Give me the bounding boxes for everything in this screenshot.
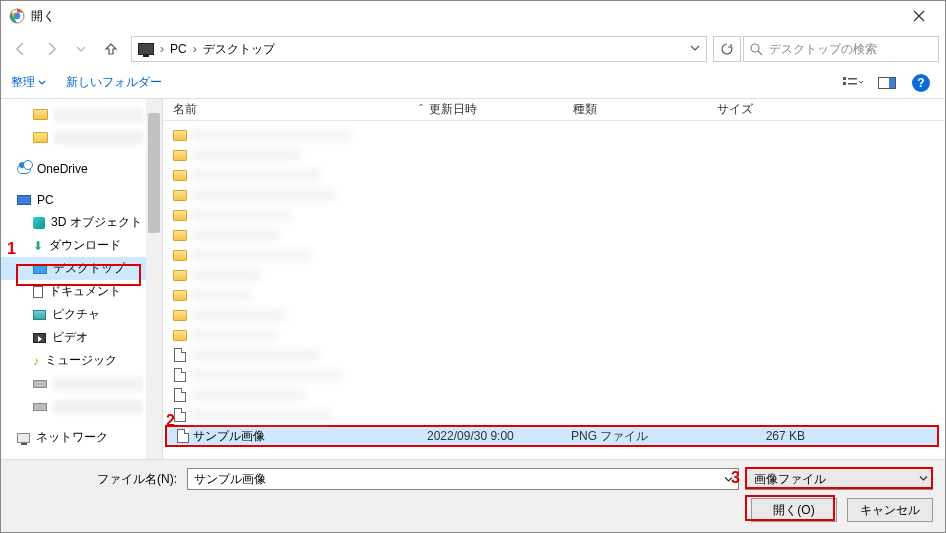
cancel-button[interactable]: キャンセル xyxy=(847,498,933,522)
col-size[interactable]: サイズ xyxy=(717,101,837,118)
file-type-value: 画像ファイル xyxy=(754,471,826,488)
close-button[interactable] xyxy=(901,2,937,30)
organize-label: 整理 xyxy=(11,74,35,91)
forward-button[interactable] xyxy=(37,35,65,63)
tree-item-downloads[interactable]: ⬇ダウンロード xyxy=(1,234,162,257)
tree-item-pc[interactable]: PC xyxy=(1,188,162,211)
folder-icon xyxy=(173,310,187,321)
svg-point-1 xyxy=(14,13,20,19)
chevron-right-icon: › xyxy=(193,42,197,56)
list-item[interactable] xyxy=(163,385,945,405)
file-pane: 名前ˆ 更新日時 種類 サイズ xyxy=(163,99,945,459)
scroll-thumb[interactable] xyxy=(148,113,160,233)
tree-item-onedrive[interactable]: OneDrive xyxy=(1,157,162,180)
search-input[interactable]: デスクトップの検索 xyxy=(743,36,939,62)
image-file-icon xyxy=(174,348,186,362)
pictures-icon xyxy=(33,310,46,320)
up-button[interactable] xyxy=(97,35,125,63)
list-item[interactable] xyxy=(163,265,945,285)
view-options-button[interactable] xyxy=(839,71,867,95)
help-button[interactable]: ? xyxy=(907,71,935,95)
download-icon: ⬇ xyxy=(33,239,43,253)
redacted-name xyxy=(191,209,291,221)
folder-icon xyxy=(33,109,48,120)
list-item[interactable] xyxy=(163,185,945,205)
redacted-name xyxy=(191,149,301,161)
preview-pane-button[interactable] xyxy=(873,71,901,95)
col-type[interactable]: 種類 xyxy=(573,101,717,118)
list-item[interactable] xyxy=(163,205,945,225)
organize-menu[interactable]: 整理 xyxy=(11,74,46,91)
file-date: 2022/09/30 9:00 xyxy=(427,429,571,443)
tree-item[interactable] xyxy=(1,103,162,126)
back-button[interactable] xyxy=(7,35,35,63)
open-dialog: 開く › PC › デスクトップ デスクトップの検索 xyxy=(0,0,946,533)
col-date[interactable]: 更新日時 xyxy=(429,101,573,118)
tree-item-pictures[interactable]: ピクチャ xyxy=(1,303,162,326)
address-dropdown[interactable] xyxy=(690,42,700,56)
new-folder-button[interactable]: 新しいフォルダー xyxy=(66,74,162,91)
refresh-button[interactable] xyxy=(713,36,741,62)
folder-icon xyxy=(173,150,187,161)
tree-item-music[interactable]: ♪ミュージック xyxy=(1,349,162,372)
open-button[interactable]: 開く(O) xyxy=(751,498,837,522)
folder-icon xyxy=(173,330,187,341)
tree-item-desktop[interactable]: デスクトップ xyxy=(1,257,162,280)
redacted-name xyxy=(191,349,321,361)
col-name[interactable]: 名前ˆ xyxy=(173,101,429,118)
tree-item[interactable] xyxy=(1,126,162,149)
pc-icon xyxy=(138,43,154,55)
list-item[interactable] xyxy=(163,365,945,385)
redacted-label xyxy=(53,400,143,414)
filename-label: ファイル名(N): xyxy=(13,471,181,488)
list-item[interactable] xyxy=(163,145,945,165)
file-type-combo[interactable]: 画像ファイル xyxy=(745,468,933,490)
bottom-bar: ファイル名(N): サンプル画像 画像ファイル 開く(O) キャンセル xyxy=(1,459,945,532)
tree-item-videos[interactable]: ビデオ xyxy=(1,326,162,349)
redacted-name xyxy=(191,309,286,321)
address-bar[interactable]: › PC › デスクトップ xyxy=(131,36,707,62)
chrome-icon xyxy=(9,8,25,24)
network-icon xyxy=(17,433,30,443)
cloud-icon xyxy=(17,164,31,174)
redacted-name xyxy=(191,329,276,341)
redacted-name xyxy=(191,289,251,301)
list-item[interactable] xyxy=(163,305,945,325)
search-placeholder: デスクトップの検索 xyxy=(769,41,877,58)
column-headers: 名前ˆ 更新日時 種類 サイズ xyxy=(163,99,945,121)
recent-dropdown[interactable] xyxy=(67,35,95,63)
pc-icon xyxy=(17,195,31,205)
crumb-desktop[interactable]: デスクトップ xyxy=(203,41,275,58)
file-list[interactable]: サンプル画像 2022/09/30 9:00 PNG ファイル 267 KB xyxy=(163,121,945,459)
music-icon: ♪ xyxy=(33,354,39,368)
document-icon xyxy=(33,286,43,298)
list-item[interactable] xyxy=(163,125,945,145)
tree-item[interactable] xyxy=(1,395,162,418)
list-item[interactable] xyxy=(163,405,945,425)
folder-icon xyxy=(173,130,187,141)
svg-rect-8 xyxy=(889,78,895,88)
tree-item-3d-objects[interactable]: 3D オブジェクト xyxy=(1,211,162,234)
filename-history-dropdown[interactable] xyxy=(720,471,736,487)
svg-rect-6 xyxy=(848,83,857,85)
tree-item[interactable] xyxy=(1,372,162,395)
folder-icon xyxy=(173,170,187,181)
crumb-pc[interactable]: PC xyxy=(170,42,187,56)
redacted-name xyxy=(191,129,351,141)
svg-point-2 xyxy=(751,44,759,52)
filename-input[interactable]: サンプル画像 xyxy=(187,468,739,490)
tree-scrollbar[interactable] xyxy=(146,99,162,459)
list-item[interactable] xyxy=(163,245,945,265)
tree-item-documents[interactable]: ドキュメント xyxy=(1,280,162,303)
list-item-selected[interactable]: サンプル画像 2022/09/30 9:00 PNG ファイル 267 KB xyxy=(165,425,939,447)
list-item[interactable] xyxy=(163,165,945,185)
list-item[interactable] xyxy=(163,345,945,365)
list-item[interactable] xyxy=(163,325,945,345)
tree-item-network[interactable]: ネットワーク xyxy=(1,426,162,449)
filename-value: サンプル画像 xyxy=(194,471,266,488)
folder-icon xyxy=(33,132,48,143)
list-item[interactable] xyxy=(163,225,945,245)
redacted-name xyxy=(191,389,306,401)
list-item[interactable] xyxy=(163,285,945,305)
folder-tree[interactable]: OneDrive PC 3D オブジェクト ⬇ダウンロード デスクトップ ドキュ… xyxy=(1,99,163,459)
